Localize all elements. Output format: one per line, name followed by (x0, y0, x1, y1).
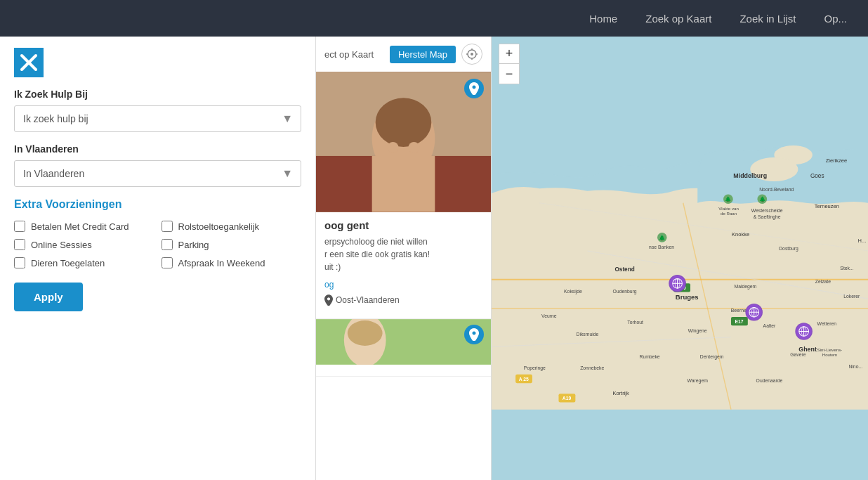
svg-text:A19: A19 (563, 396, 572, 401)
checkbox-parking-label: Parking (178, 240, 209, 250)
svg-text:Wetteren: Wetteren (817, 321, 837, 326)
zoom-in-button[interactable]: + (499, 44, 519, 64)
svg-text:Maldegem: Maldegem (735, 284, 757, 290)
svg-text:Waregem: Waregem (688, 378, 709, 384)
svg-rect-15 (316, 319, 491, 365)
card-image-2 (316, 319, 491, 368)
svg-text:🌲: 🌲 (659, 235, 666, 241)
nav-op[interactable]: Op... (824, 13, 847, 25)
svg-point-3 (471, 53, 473, 56)
checkbox-rolstoel-label: Rolstoeltoegankelijk (178, 221, 260, 232)
checkbox-dieren[interactable]: Dieren Toegelaten (14, 257, 154, 268)
svg-text:Ghent: Ghent (798, 346, 817, 353)
svg-text:🌲: 🌲 (759, 196, 766, 202)
logo (14, 48, 44, 77)
region-wrapper: In Vlaanderen ▼ (14, 160, 301, 187)
nav-zoek-kaart[interactable]: Zoek op Kaart (645, 13, 711, 25)
card-body-1: oog gent erpsycholoog die niet willen r … (316, 212, 491, 310)
svg-text:de Raan: de Raan (721, 211, 737, 216)
svg-text:Lokerer: Lokerer (843, 294, 860, 299)
svg-text:Poperinge: Poperinge (524, 365, 546, 371)
checkbox-parking-input[interactable] (162, 239, 173, 250)
result-card-2 (316, 319, 491, 377)
svg-text:Diksmuide: Diksmuide (577, 332, 599, 337)
svg-text:E17: E17 (735, 319, 744, 324)
card-pin-1[interactable] (464, 79, 484, 98)
svg-text:Noord-Beveland: Noord-Beveland (759, 187, 794, 192)
locate-button[interactable] (461, 44, 482, 65)
reset-map-button[interactable]: Herstel Map (390, 46, 456, 63)
results-panel: ect op Kaart Herstel Map (316, 37, 492, 480)
svg-text:Bruges: Bruges (676, 293, 699, 301)
card-desc-1: erpsycholoog die niet willen r een site … (324, 235, 482, 273)
checkbox-online-label: Online Sessies (31, 240, 92, 250)
checkbox-afspraak-input[interactable] (162, 257, 173, 268)
svg-text:Oostburg: Oostburg (779, 246, 798, 252)
search-label: Ik Zoek Hulp Bij (14, 89, 301, 100)
svg-point-13 (388, 142, 399, 153)
card-link-1[interactable]: og (324, 280, 334, 290)
checkbox-credit-card-label: Betalen Met Credit Card (31, 221, 129, 232)
card-location-1: Oost-Vlaanderen (324, 294, 482, 306)
apply-button[interactable]: Apply (14, 283, 83, 311)
svg-text:Torhout: Torhout (627, 320, 643, 325)
top-navigation: Home Zoek op Kaart Zoek in Lijst Op... (0, 0, 868, 37)
map-marker-ghent[interactable] (795, 323, 813, 340)
checkbox-afspraak[interactable]: Afspraak In Weekend (162, 257, 302, 268)
checkbox-rolstoel[interactable]: Rolstoeltoegankelijk (162, 221, 302, 232)
svg-text:Zelzate: Zelzate (815, 279, 831, 284)
main-content: Ik Zoek Hulp Bij Ik zoek hulp bij ▼ In V… (0, 37, 868, 480)
svg-text:Dentergem: Dentergem (700, 354, 724, 360)
svg-text:nse Banken: nse Banken (649, 245, 674, 249)
card-image-1 (316, 72, 491, 212)
svg-point-17 (348, 320, 383, 346)
checkbox-parking[interactable]: Parking (162, 239, 302, 250)
svg-text:Stek...: Stek... (840, 266, 853, 271)
map-marker-aalter[interactable] (745, 304, 763, 321)
zoom-out-button[interactable]: − (499, 64, 519, 84)
svg-text:Oudenburg: Oudenburg (613, 289, 637, 294)
svg-text:Zonnebeke: Zonnebeke (580, 365, 604, 370)
map-svg: E40 E17 A 25 A19 Middelburg Goes Noord-B… (492, 37, 868, 480)
checkbox-afspraak-label: Afspraak In Weekend (178, 258, 265, 268)
card-location-text-1: Oost-Vlaanderen (336, 295, 400, 305)
region-select[interactable]: In Vlaanderen (14, 160, 301, 187)
svg-text:Ostend: Ostend (614, 266, 634, 273)
svg-text:H...: H... (858, 238, 867, 244)
sidebar: Ik Zoek Hulp Bij Ik zoek hulp bij ▼ In V… (0, 37, 316, 480)
checkbox-online[interactable]: Online Sessies (14, 239, 154, 250)
region-label: In Vlaanderen (14, 143, 301, 155)
svg-text:Kortrijk: Kortrijk (612, 390, 629, 396)
nav-home[interactable]: Home (589, 13, 617, 25)
card-pin-2[interactable] (464, 325, 484, 344)
svg-text:Vlakte van: Vlakte van (718, 206, 739, 211)
svg-text:Veurne: Veurne (541, 313, 557, 318)
nav-zoek-lijst[interactable]: Zoek in Lijst (739, 13, 796, 25)
svg-text:Nino...: Nino... (848, 364, 862, 369)
search-select[interactable]: Ik zoek hulp bij (14, 105, 301, 132)
checkbox-rolstoel-input[interactable] (162, 221, 173, 232)
svg-text:& Saeftinghe: & Saeftinghe (754, 214, 781, 220)
checkbox-grid: Betalen Met Credit Card Rolstoeltoeganke… (14, 221, 301, 268)
map-marker-bruges[interactable] (669, 275, 686, 292)
svg-text:Rumbeke: Rumbeke (639, 354, 659, 359)
svg-text:Goes: Goes (810, 173, 824, 179)
svg-text:Wingene: Wingene (688, 328, 707, 334)
card-title-1: oog gent (324, 219, 482, 231)
svg-text:Middelburg: Middelburg (733, 172, 767, 179)
svg-text:Terneuzen: Terneuzen (815, 203, 839, 209)
svg-text:Knokke: Knokke (732, 231, 749, 238)
checkbox-credit-card-input[interactable] (14, 221, 25, 232)
svg-text:Sint-Lievens-: Sint-Lievens- (817, 347, 843, 352)
checkbox-dieren-input[interactable] (14, 257, 25, 268)
checkbox-dieren-label: Dieren Toegelaten (31, 258, 105, 268)
result-card-1: oog gent erpsycholoog die niet willen r … (316, 72, 491, 319)
checkbox-credit-card[interactable]: Betalen Met Credit Card (14, 221, 154, 232)
map-zoom-controls: + − (499, 44, 520, 84)
checkbox-online-input[interactable] (14, 239, 25, 250)
svg-text:A 25: A 25 (519, 377, 529, 382)
search-wrapper: Ik zoek hulp bij ▼ (14, 105, 301, 132)
extra-title: Extra Voorzieningen (14, 198, 301, 211)
svg-text:Zierikzee: Zierikzee (826, 157, 847, 164)
map-label: ect op Kaart (324, 49, 384, 60)
